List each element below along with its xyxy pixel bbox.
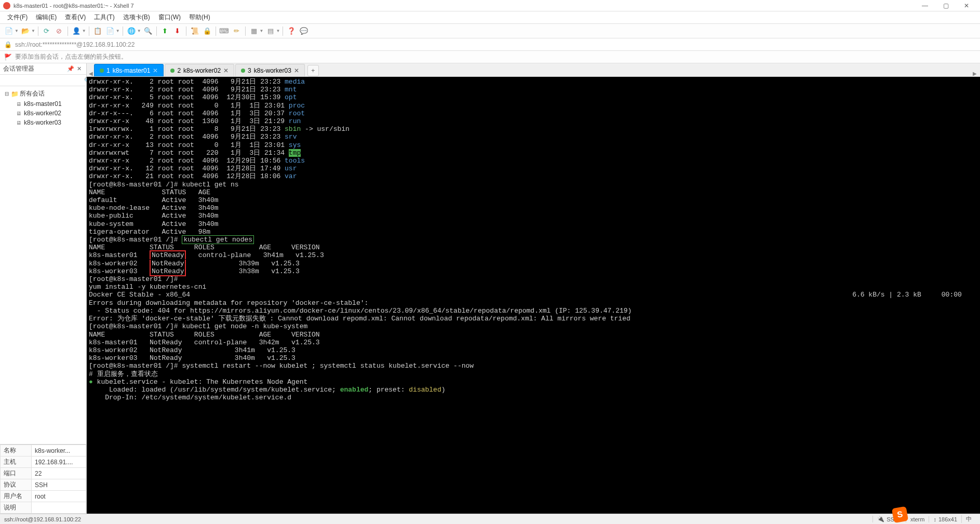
host-icon: 🖥: [15, 101, 23, 107]
prop-desc-label: 说明: [1, 502, 32, 514]
highlight-icon[interactable]: ✏: [231, 25, 243, 37]
status-ime: 中: [961, 515, 976, 523]
prop-protocol-label: 协议: [1, 479, 32, 491]
help-icon[interactable]: ❓: [286, 25, 297, 37]
prop-port-label: 端口: [1, 468, 32, 479]
tab-label: k8s-worker03: [254, 67, 291, 74]
tab-worker02[interactable]: 2 k8s-worker02 ✕: [165, 64, 234, 76]
tree-node-label: k8s-worker02: [24, 110, 61, 117]
prop-port-value: 22: [32, 468, 86, 479]
tab-scroll-left-icon[interactable]: ◀: [89, 71, 94, 76]
status-size: ↕186x41: [929, 516, 961, 522]
prop-name-value: k8s-worker...: [32, 445, 86, 456]
maximize-button[interactable]: ▢: [935, 2, 956, 9]
prop-user-label: 用户名: [1, 491, 32, 502]
tree-node-label: k8s-master01: [24, 100, 62, 108]
search-input[interactable]: [0, 77, 84, 84]
folder-icon: 📁: [10, 90, 19, 98]
lock-indicator-icon: 🔒: [4, 41, 12, 48]
sidebar-header: 会话管理器 📌 ✕: [0, 63, 86, 75]
sidebar-title: 会话管理器: [3, 64, 66, 73]
tree-node-worker03[interactable]: 🖥 k8s-worker03: [0, 118, 86, 127]
sidebar-close-icon[interactable]: ✕: [75, 65, 83, 72]
status-dot-icon: [100, 69, 104, 73]
session-tree: ⊟ 📁 所有会话 🖥 k8s-master01 🖥 k8s-worker02 🖥…: [0, 86, 86, 444]
menu-tabs[interactable]: 选项卡(B): [120, 12, 153, 23]
tab-worker03[interactable]: 3 k8s-worker03 ✕: [235, 64, 305, 76]
disconnect-icon[interactable]: ⊘: [53, 25, 65, 37]
prop-name-label: 名称: [1, 445, 32, 456]
collapse-icon[interactable]: ⊟: [3, 91, 10, 97]
tab-scroll-right-icon[interactable]: ▶: [973, 71, 978, 76]
prop-user-value: root: [32, 491, 86, 502]
menu-help[interactable]: 帮助(H): [186, 12, 213, 23]
window-title: k8s-master01 - root@k8s-master01:~ - Xsh…: [14, 3, 915, 9]
tab-num: 3: [248, 67, 251, 74]
prop-host-label: 主机: [1, 456, 32, 468]
prop-desc-value: [32, 502, 86, 514]
statusbar: ssh://root@192.168.91.100:22 🔌SSH2 xterm…: [0, 514, 980, 524]
profile-icon[interactable]: 👤: [71, 25, 82, 37]
ime-badge-icon[interactable]: S: [892, 506, 908, 523]
session-properties: 名称k8s-worker... 主机192.168.91.... 端口22 协议…: [0, 444, 86, 514]
tab-close-icon[interactable]: ✕: [294, 67, 299, 74]
copy-icon[interactable]: 📋: [92, 25, 103, 37]
transfer-down-icon[interactable]: ⬇: [172, 25, 183, 37]
tab-num: 2: [177, 67, 181, 74]
tree-node-label: k8s-worker03: [24, 119, 61, 126]
transfer-up-icon[interactable]: ⬆: [159, 25, 171, 37]
menubar: 文件(F) 编辑(E) 查看(V) 工具(T) 选项卡(B) 窗口(W) 帮助(…: [0, 11, 980, 24]
tab-master01[interactable]: 1 k8s-master01 ✕: [94, 64, 164, 76]
find-icon[interactable]: 🔍: [142, 25, 154, 37]
status-connection: ssh://root@192.168.91.100:22: [4, 516, 872, 522]
script-icon[interactable]: 📜: [189, 25, 200, 37]
toolbar: 📄▼ 📂▼ ⟳ ⊘ 👤▼ 📋 📄▼ 🌐▼ 🔍 ⬆ ⬇ 📜 🔒 ⌨ ✏ ▦▼ ▤▼…: [0, 24, 980, 38]
tab-num: 1: [106, 67, 110, 74]
terminal[interactable]: drwxr-xr-x. 2 root root 4096 9月21日 23:23…: [87, 77, 980, 514]
infobar: 🚩 要添加当前会话，点击左侧的箭头按钮。: [0, 51, 980, 63]
flag-icon: 🚩: [4, 53, 12, 61]
host-icon: 🖥: [15, 120, 23, 126]
globe-icon[interactable]: 🌐: [126, 25, 137, 37]
sidebar-pin-icon[interactable]: 📌: [66, 65, 75, 72]
content: ◀ 1 k8s-master01 ✕ 2 k8s-worker02 ✕ 3 k8…: [87, 63, 980, 514]
host-icon: 🖥: [15, 111, 23, 116]
menu-file[interactable]: 文件(F): [4, 12, 31, 23]
status-dot-icon: [170, 69, 174, 73]
sidebar: 会话管理器 📌 ✕ 🔍 ⊟ 📁 所有会话 🖥 k8s-master01 🖥 k8…: [0, 63, 87, 514]
tree-node-master01[interactable]: 🖥 k8s-master01: [0, 99, 86, 109]
chat-icon[interactable]: 💬: [298, 25, 310, 37]
layout-icon[interactable]: ▦: [248, 25, 260, 37]
menu-tools[interactable]: 工具(T): [91, 12, 117, 23]
tabbar: ◀ 1 k8s-master01 ✕ 2 k8s-worker02 ✕ 3 k8…: [87, 63, 980, 77]
paste-icon[interactable]: 📄: [104, 25, 116, 37]
prop-host-value: 192.168.91....: [32, 456, 86, 468]
keyboard-icon[interactable]: ⌨: [219, 25, 230, 37]
menu-window[interactable]: 窗口(W): [155, 12, 184, 23]
open-folder-icon[interactable]: 📂: [20, 25, 31, 37]
close-button[interactable]: ✕: [956, 2, 977, 9]
addressbar: 🔒 ssh://root:**************@192.168.91.1…: [0, 38, 980, 51]
prop-protocol-value: SSH: [32, 479, 86, 491]
tab-label: k8s-worker02: [183, 67, 221, 74]
menu-edit[interactable]: 编辑(E): [33, 12, 60, 23]
lock-icon[interactable]: 🔒: [202, 25, 213, 37]
app-icon: [3, 2, 10, 9]
tab-close-icon[interactable]: ✕: [153, 67, 158, 74]
tree-root-label: 所有会话: [20, 89, 45, 98]
sidebar-search: 🔍: [0, 75, 86, 86]
minimize-button[interactable]: —: [915, 2, 935, 9]
titlebar: k8s-master01 - root@k8s-master01:~ - Xsh…: [0, 0, 980, 11]
status-term: xterm: [906, 516, 929, 522]
address-text[interactable]: ssh://root:**************@192.168.91.100…: [15, 41, 135, 48]
tab-add-button[interactable]: +: [307, 65, 319, 76]
tile-icon[interactable]: ▤: [265, 25, 276, 37]
tree-node-worker02[interactable]: 🖥 k8s-worker02: [0, 109, 86, 118]
reconnect-icon[interactable]: ⟳: [41, 25, 52, 37]
tab-label: k8s-master01: [113, 67, 151, 74]
info-text: 要添加当前会话，点击左侧的箭头按钮。: [15, 52, 127, 61]
menu-view[interactable]: 查看(V): [62, 12, 89, 23]
tab-close-icon[interactable]: ✕: [223, 67, 229, 74]
new-session-icon[interactable]: 📄: [3, 25, 15, 37]
tree-root[interactable]: ⊟ 📁 所有会话: [0, 88, 86, 99]
